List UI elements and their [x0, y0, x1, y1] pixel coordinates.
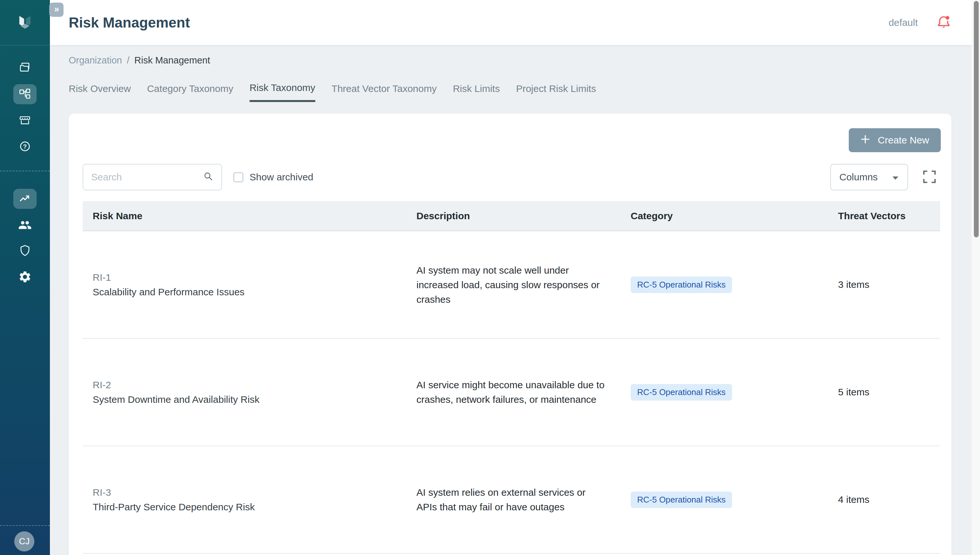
people-icon — [18, 218, 32, 232]
columns-dropdown[interactable]: Columns — [830, 164, 908, 190]
app-logo-cube-icon — [14, 12, 35, 32]
risk-table: Risk Name Description Category Threat Ve… — [83, 201, 940, 554]
folder-copy-icon — [18, 61, 32, 75]
tab-risk-limits[interactable]: Risk Limits — [453, 82, 500, 102]
category-chip[interactable]: RC-5 Operational Risks — [631, 384, 732, 401]
risk-name: System Downtime and Availability Risk — [93, 392, 406, 407]
shield-icon — [18, 244, 32, 257]
environment-label[interactable]: default — [888, 17, 918, 28]
table-header-row: Risk Name Description Category Threat Ve… — [83, 201, 940, 231]
risk-description: AI service might become unavailable due … — [406, 377, 621, 407]
search-box — [83, 164, 222, 190]
category-chip[interactable]: RC-5 Operational Risks — [631, 492, 732, 508]
table-row[interactable]: RI-2 System Downtime and Availability Ri… — [83, 339, 940, 446]
fullscreen-button[interactable] — [922, 169, 937, 184]
scrollbar-thumb[interactable] — [974, 1, 979, 237]
risk-description: AI system relies on external services or… — [406, 485, 621, 514]
search-icon — [203, 171, 214, 184]
svg-text:?: ? — [23, 143, 27, 150]
workflow-schema-icon — [18, 87, 32, 101]
breadcrumb-link-organization[interactable]: Organization — [69, 55, 122, 66]
sidebar-item-workspaces[interactable] — [13, 58, 37, 78]
search-input[interactable] — [91, 172, 203, 183]
storefront-icon — [18, 113, 32, 127]
help-icon: ? — [18, 140, 32, 153]
risk-name-cell: RI-1 Scalability and Performance Issues — [83, 270, 406, 299]
tab-bar: Risk Overview Category Taxonomy Risk Tax… — [69, 82, 596, 102]
topbar: Risk Management default — [50, 0, 980, 45]
page-title: Risk Management — [69, 14, 190, 31]
tab-category-taxonomy[interactable]: Category Taxonomy — [147, 82, 233, 102]
fullscreen-icon — [922, 180, 937, 185]
breadcrumb-separator: / — [127, 55, 129, 66]
category-cell: RC-5 Operational Risks — [621, 492, 828, 508]
plus-icon — [861, 135, 870, 146]
sidebar-item-help[interactable]: ? — [13, 136, 37, 156]
category-cell: RC-5 Operational Risks — [621, 384, 828, 401]
trending-up-icon — [18, 192, 32, 205]
create-new-label: Create New — [878, 135, 929, 146]
risk-taxonomy-card: Create New Show archived Columns — [69, 114, 951, 555]
create-new-button[interactable]: Create New — [849, 128, 941, 152]
sidebar-item-taxonomy[interactable] — [13, 84, 37, 104]
tab-project-risk-limits[interactable]: Project Risk Limits — [516, 82, 596, 102]
settings-gear-icon — [18, 270, 32, 284]
category-cell: RC-5 Operational Risks — [621, 276, 828, 293]
sidebar-expand-button[interactable]: » — [49, 3, 64, 17]
risk-name-cell: RI-2 System Downtime and Availability Ri… — [83, 377, 406, 407]
category-chip[interactable]: RC-5 Operational Risks — [631, 276, 732, 293]
risk-code: RI-3 — [93, 485, 406, 500]
table-row[interactable]: RI-3 Third-Party Service Dependency Risk… — [83, 446, 940, 554]
avatar[interactable]: CJ — [14, 531, 34, 552]
sidebar-item-security[interactable] — [13, 241, 37, 261]
tab-risk-overview[interactable]: Risk Overview — [69, 82, 131, 102]
notification-bell-icon — [936, 14, 951, 31]
show-archived-toggle[interactable]: Show archived — [233, 164, 314, 190]
risk-name: Third-Party Service Dependency Risk — [93, 500, 406, 514]
show-archived-label: Show archived — [249, 172, 314, 183]
content: Organization / Risk Management Risk Over… — [50, 45, 980, 555]
risk-name: Scalability and Performance Issues — [93, 285, 406, 299]
sidebar-item-settings[interactable] — [13, 267, 37, 287]
notifications-button[interactable] — [936, 15, 951, 30]
tab-threat-vector-taxonomy[interactable]: Threat Vector Taxonomy — [331, 82, 437, 102]
breadcrumb-current: Risk Management — [135, 55, 210, 66]
threat-vectors-count: 5 items — [828, 387, 940, 398]
page: ? — [0, 0, 980, 555]
col-header-threat-vectors: Threat Vectors — [828, 210, 940, 221]
col-header-category: Category — [621, 210, 828, 221]
risk-code: RI-1 — [93, 270, 406, 285]
threat-vectors-count: 4 items — [828, 494, 940, 505]
chevron-down-icon — [892, 172, 899, 183]
sidebar-divider — [0, 171, 50, 171]
sidebar-item-metrics[interactable] — [13, 189, 37, 209]
columns-label: Columns — [839, 172, 878, 183]
sidebar-item-users[interactable] — [13, 215, 37, 235]
sidebar-header-divider — [0, 45, 50, 45]
risk-name-cell: RI-3 Third-Party Service Dependency Risk — [83, 485, 406, 514]
table-row[interactable]: RI-1 Scalability and Performance Issues … — [83, 231, 940, 339]
sidebar: ? — [0, 0, 50, 555]
col-header-risk-name: Risk Name — [83, 210, 406, 221]
breadcrumb: Organization / Risk Management — [69, 55, 210, 66]
risk-code: RI-2 — [93, 377, 406, 392]
sidebar-bottom-divider — [0, 525, 50, 526]
sidebar-item-marketplace[interactable] — [13, 110, 37, 130]
topbar-right: default — [888, 15, 951, 30]
show-archived-checkbox[interactable] — [233, 172, 243, 182]
col-header-description: Description — [406, 210, 621, 221]
risk-description: AI system may not scale well under incre… — [406, 263, 621, 306]
threat-vectors-count: 3 items — [828, 279, 940, 290]
tab-risk-taxonomy[interactable]: Risk Taxonomy — [249, 82, 315, 102]
